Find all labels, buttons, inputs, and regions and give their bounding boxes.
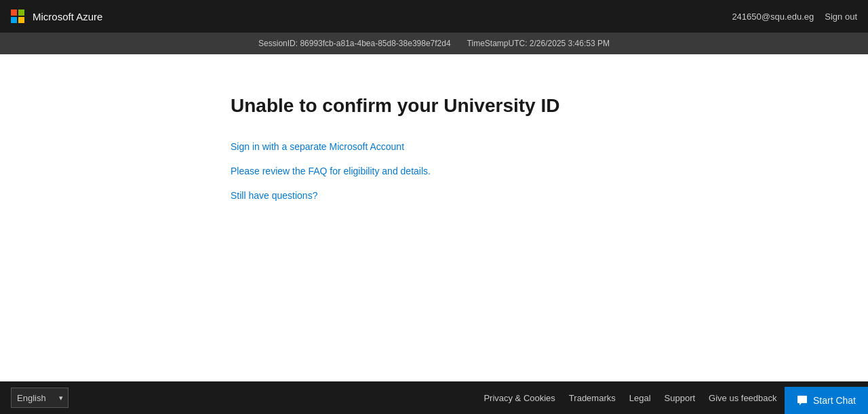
start-chat-button[interactable]: Start Chat <box>785 387 868 414</box>
footer-feedback-link[interactable]: Give us feedback <box>709 393 776 403</box>
chat-icon <box>797 395 808 406</box>
start-chat-label: Start Chat <box>813 395 856 406</box>
footer-left: EnglishArabicFrenchSpanish <box>11 388 68 408</box>
footer-trademarks-link[interactable]: Trademarks <box>569 393 616 403</box>
brand-name: Microsoft Azure <box>33 11 102 22</box>
user-email: 241650@squ.edu.eg <box>732 12 814 22</box>
page-title: Unable to confirm your University ID <box>231 95 841 117</box>
footer-privacy-link[interactable]: Privacy & Cookies <box>484 393 555 403</box>
still-questions-link[interactable]: Still have questions? <box>231 190 841 201</box>
faq-link[interactable]: Please review the FAQ for eligibility an… <box>231 166 841 176</box>
header-right: 241650@squ.edu.eg Sign out <box>732 12 857 22</box>
session-bar: SessionID: 86993fcb-a81a-4bea-85d8-38e39… <box>0 33 868 54</box>
footer: EnglishArabicFrenchSpanish Privacy & Coo… <box>0 381 868 414</box>
footer-legal-link[interactable]: Legal <box>629 393 651 403</box>
header-left: Microsoft Azure <box>11 10 102 23</box>
main-content: Unable to confirm your University ID Sig… <box>0 54 868 381</box>
sign-in-separate-link[interactable]: Sign in with a separate Microsoft Accoun… <box>231 141 841 152</box>
header: Microsoft Azure 241650@squ.edu.eg Sign o… <box>0 0 868 33</box>
links-section: Sign in with a separate Microsoft Accoun… <box>231 141 841 201</box>
language-selector-wrapper[interactable]: EnglishArabicFrenchSpanish <box>11 388 68 408</box>
session-id: SessionID: 86993fcb-a81a-4bea-85d8-38e39… <box>258 39 451 48</box>
sign-out-link[interactable]: Sign out <box>825 12 857 22</box>
microsoft-logo-icon <box>11 10 24 23</box>
timestamp: TimeStampUTC: 2/26/2025 3:46:53 PM <box>467 39 610 48</box>
language-select[interactable]: EnglishArabicFrenchSpanish <box>11 388 68 408</box>
footer-support-link[interactable]: Support <box>665 393 696 403</box>
